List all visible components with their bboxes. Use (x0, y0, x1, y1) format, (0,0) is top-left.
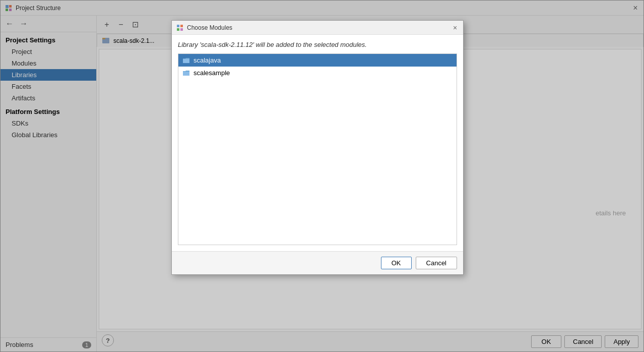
choose-modules-dialog: Choose Modules × Library 'scala-sdk-2.11… (171, 20, 464, 275)
modal-body: Library 'scala-sdk-2.11.12' will be adde… (172, 35, 463, 251)
svg-rect-9 (180, 28, 183, 31)
modal-message-text: Library 'scala-sdk-2.11.12' will be adde… (178, 41, 367, 48)
modal-title-bar: Choose Modules × (172, 21, 463, 35)
modal-close-button[interactable]: × (451, 24, 459, 32)
svg-rect-8 (177, 28, 179, 31)
modules-list: scalajava scalesample (178, 53, 457, 245)
modal-message: Library 'scala-sdk-2.11.12' will be adde… (178, 41, 457, 48)
modal-title: Choose Modules (187, 24, 451, 31)
modal-icon (176, 24, 184, 32)
module-label-scalajava: scalajava (194, 56, 221, 64)
modal-footer: OK Cancel (172, 251, 463, 274)
module-item-scalajava[interactable]: scalajava (178, 54, 457, 67)
svg-rect-7 (180, 25, 183, 27)
modal-ok-button[interactable]: OK (381, 257, 412, 269)
modal-overlay: Choose Modules × Library 'scala-sdk-2.11… (0, 0, 644, 352)
folder-icon-scalajava (182, 57, 190, 64)
module-label-scalesample: scalesample (194, 69, 230, 77)
svg-rect-6 (177, 25, 179, 27)
module-item-scalesample[interactable]: scalesample (178, 67, 457, 79)
folder-icon-scalesample (182, 70, 190, 77)
modal-cancel-button[interactable]: Cancel (416, 257, 457, 269)
